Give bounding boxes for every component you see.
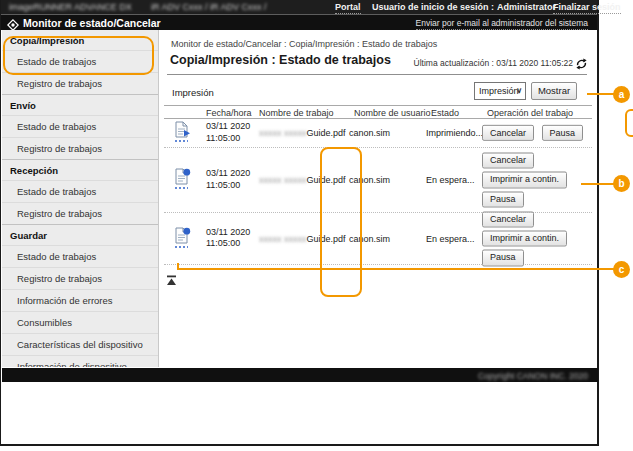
back-to-top-icon[interactable] — [166, 272, 177, 290]
job-actions: Cancelar Imprimir a contin. Pausa — [482, 149, 567, 210]
callout-ring-filter — [625, 109, 633, 137]
footer-bar: Copyright CANON INC. 2020 — [2, 368, 598, 382]
login-user-name: Administrator — [497, 2, 556, 12]
callout-line-b — [581, 183, 615, 185]
sidebar-header-store: Guardar — [2, 224, 158, 245]
sidebar-item-device-information[interactable]: Información de dispositivo — [2, 355, 158, 367]
login-user-label: Usuario de inicio de sesión : — [372, 2, 494, 12]
device-models-blurred: iR ADV Cxxx / iR ADV Cxxx / — [151, 2, 267, 12]
sidebar-item-job-log-send[interactable]: Registro de trabajos — [2, 137, 158, 159]
job-type-select-value: Impresión — [479, 86, 519, 96]
cancel-button[interactable]: Cancelar — [482, 152, 534, 168]
print-section-label: Impresión — [172, 87, 214, 98]
title-divider — [167, 74, 587, 75]
sidebar-item-job-status-copy-print[interactable]: Estado de trabajos — [2, 50, 158, 72]
main-content: Monitor de estado/Cancelar : Copia/Impre… — [159, 30, 599, 368]
cancel-button[interactable]: Cancelar — [482, 211, 534, 227]
sidebar-item-job-status-receive[interactable]: Estado de trabajos — [2, 180, 158, 202]
sidebar-header-copy-print: Copia/Impresión — [2, 30, 158, 50]
job-status: Imprimiendo... — [426, 128, 483, 138]
pause-button[interactable]: Pausa — [482, 250, 524, 266]
sidebar-item-job-log-store[interactable]: Registro de trabajos — [2, 267, 158, 289]
cancel-button[interactable]: Cancelar — [482, 125, 534, 141]
col-header-user-name: Nombre de usuario — [354, 108, 431, 118]
callout-line-a — [587, 93, 615, 95]
job-datetime: 03/11 2020 11:05:00 — [206, 227, 250, 250]
col-header-status: Estado — [431, 108, 459, 118]
pause-button[interactable]: Pausa — [542, 125, 584, 141]
job-user: canon.sim — [349, 175, 390, 185]
job-datetime: 03/11 2020 11:05:00 — [206, 168, 250, 191]
callout-letter-a: a — [613, 86, 630, 103]
table-row: 03/11 2020 11:05:00 xxxxx xxxxxGuide.pdf… — [164, 213, 592, 265]
copyright-text-blurred: Copyright CANON INC. 2020 — [478, 371, 588, 381]
table-row: 03/11 2020 11:05:00 xxxxx xxxxxGuide.pdf… — [164, 148, 592, 213]
callout-line-c-horizontal — [177, 268, 615, 270]
chevron-down-icon: ∨ — [516, 86, 522, 95]
sidebar-item-error-information[interactable]: Información de errores — [2, 289, 158, 311]
breadcrumb: Monitor de estado/Cancelar : Copia/Impre… — [171, 39, 437, 49]
sidebar-item-job-status-store[interactable]: Estado de trabajos — [2, 245, 158, 267]
refresh-icon[interactable] — [575, 56, 588, 74]
top-bar: imageRUNNER ADVANCE DX iR ADV Cxxx / iR … — [1, 0, 597, 14]
callout-letter-c: c — [613, 261, 630, 278]
pause-button[interactable]: Pausa — [482, 191, 524, 207]
col-header-job-name: Nombre de trabajo — [259, 108, 334, 118]
sidebar-item-consumables[interactable]: Consumibles — [2, 311, 158, 333]
manual-figure: imageRUNNER ADVANCE DX iR ADV Cxxx / iR … — [0, 0, 633, 451]
col-header-job-operation: Operación del trabajo — [487, 108, 573, 118]
page-title: Copia/Impresión : Estado de trabajos — [170, 53, 391, 67]
sidebar-header-send: Envío — [2, 94, 158, 115]
sidebar-item-device-features[interactable]: Características del dispositivo — [2, 333, 158, 355]
job-name: xxxxx xxxxxGuide.pdf — [259, 128, 346, 138]
print-next-button[interactable]: Imprimir a contin. — [482, 172, 567, 188]
logout-link[interactable]: Finalizar sesión — [553, 2, 621, 14]
device-name-blurred: imageRUNNER ADVANCE DX — [9, 2, 132, 12]
remote-ui-page: imageRUNNER ADVANCE DX iR ADV Cxxx / iR … — [0, 0, 599, 446]
sidebar-header-receive: Recepción — [2, 159, 158, 180]
job-waiting-icon — [173, 227, 191, 251]
last-update-text: Última actualización : 03/11 2020 11:05:… — [414, 58, 573, 68]
sidebar-item-job-log-receive[interactable]: Registro de trabajos — [2, 202, 158, 224]
job-actions: Cancelar Pausa — [482, 125, 588, 141]
job-waiting-icon — [173, 168, 191, 192]
email-admin-link[interactable]: Enviar por e-mail al administrador del s… — [416, 18, 588, 30]
job-status: En espera... — [426, 175, 475, 185]
show-button[interactable]: Mostrar — [531, 82, 577, 100]
job-name: xxxxx xxxxxGuide.pdf — [259, 234, 346, 244]
job-user: canon.sim — [349, 234, 390, 244]
callout-letter-b: b — [613, 175, 630, 192]
app-title: Monitor de estado/Cancelar — [23, 17, 161, 29]
sidebar-item-job-status-send[interactable]: Estado de trabajos — [2, 115, 158, 137]
job-actions: Cancelar Imprimir a contin. Pausa — [482, 208, 567, 269]
job-status: En espera... — [426, 234, 475, 244]
jobs-table-header: Fecha/hora Nombre de trabajo Nombre de u… — [164, 105, 592, 119]
portal-link[interactable]: Portal — [335, 2, 361, 14]
job-name: xxxxx xxxxxGuide.pdf — [259, 175, 346, 185]
table-row: 03/11 2020 11:05:00 xxxxx xxxxxGuide.pdf… — [164, 119, 592, 148]
app-bar: Monitor de estado/Cancelar Enviar por e-… — [1, 14, 597, 30]
job-user: canon.sim — [349, 128, 390, 138]
job-type-select[interactable]: Impresión ∨ — [474, 82, 526, 100]
job-printing-icon — [173, 121, 191, 145]
job-datetime: 03/11 2020 11:05:00 — [206, 121, 250, 144]
print-next-button[interactable]: Imprimir a contin. — [482, 230, 567, 246]
col-header-datetime: Fecha/hora — [206, 108, 252, 118]
sidebar-item-job-log-copy-print[interactable]: Registro de trabajos — [2, 72, 158, 94]
sidebar: Copia/Impresión Estado de trabajos Regis… — [2, 30, 159, 367]
